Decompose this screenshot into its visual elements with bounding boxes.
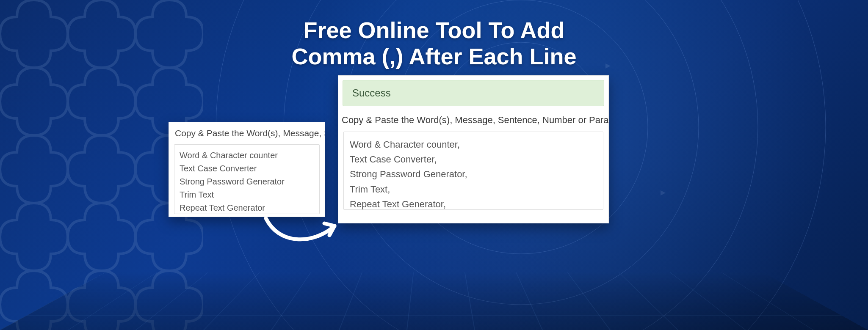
input-label: Copy & Paste the Word(s), Message, Se	[169, 122, 325, 143]
input-textarea[interactable]: Word & Character counter Text Case Conve…	[174, 144, 320, 214]
floor-grid	[0, 272, 868, 330]
success-banner: Success	[343, 80, 604, 106]
input-panel: Copy & Paste the Word(s), Message, Se Wo…	[169, 122, 325, 217]
headline-line2: Comma (,) After Each Line	[291, 44, 576, 69]
svg-marker-7	[661, 190, 666, 195]
output-panel: Success Copy & Paste the Word(s), Messag…	[338, 75, 609, 223]
page-title: Free Online Tool To Add Comma (,) After …	[159, 17, 709, 69]
headline-line1: Free Online Tool To Add	[304, 17, 565, 43]
output-textarea[interactable]: Word & Character counter, Text Case Conv…	[343, 132, 603, 210]
output-label: Copy & Paste the Word(s), Message, Sente…	[338, 109, 608, 129]
